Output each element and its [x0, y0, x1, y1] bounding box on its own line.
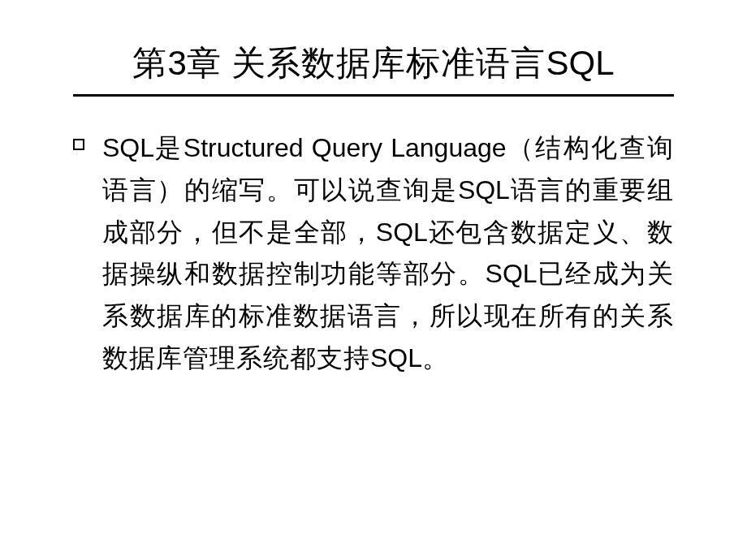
body-seg-9: SQL [486, 259, 538, 288]
body-seg-12: 。 [422, 343, 449, 373]
title-seg-4: SQL [546, 44, 614, 82]
title-seg-2: 3 [167, 44, 186, 82]
body-seg-1: SQL [102, 133, 154, 162]
bullet-row: SQL是Structured Query Language（结构化查询语言）的缩… [73, 127, 674, 380]
content-area: SQL是Structured Query Language（结构化查询语言）的缩… [49, 121, 698, 380]
body-paragraph: SQL是Structured Query Language（结构化查询语言）的缩… [102, 127, 674, 380]
slide: 第3章 关系数据库标准语言SQL SQL是Structured Query La… [0, 0, 747, 560]
title-seg-1: 第 [132, 44, 167, 82]
title-seg-3: 章 关系数据库标准语言 [187, 44, 546, 82]
title-wrap: 第3章 关系数据库标准语言SQL [73, 41, 674, 97]
body-seg-7: SQL [376, 218, 428, 247]
slide-title: 第3章 关系数据库标准语言SQL [73, 41, 674, 86]
body-seg-2: 是 [154, 133, 184, 162]
body-seg-5: SQL [458, 175, 510, 205]
bullet-marker-icon [73, 139, 84, 150]
body-seg-11: SQL [370, 343, 422, 373]
body-seg-3: Structured Query Language [184, 133, 507, 162]
